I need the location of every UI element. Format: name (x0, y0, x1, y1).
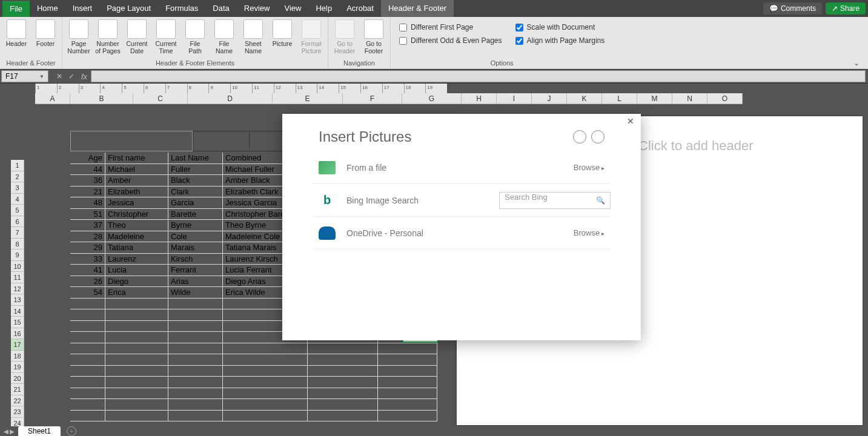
dialog-close-button[interactable]: ✕ (624, 115, 637, 127)
row-header-8[interactable]: 8 (11, 239, 24, 250)
header-button[interactable]: Header (2, 18, 30, 48)
row-header-11[interactable]: 11 (11, 272, 24, 283)
add-sheet-button[interactable]: + (67, 426, 76, 436)
row-header-19[interactable]: 19 (11, 362, 24, 373)
ribbon-picture-button[interactable]: Picture (268, 18, 296, 48)
table-cell[interactable] (168, 309, 223, 321)
select-all-corner[interactable] (0, 93, 24, 104)
table-cell[interactable] (223, 388, 308, 400)
table-cell[interactable]: Garcia (168, 197, 223, 209)
table-header-cell[interactable]: First name (105, 153, 168, 164)
table-cell[interactable] (378, 343, 437, 355)
table-cell[interactable]: Kirsch (168, 254, 223, 265)
table-cell[interactable]: 29 (70, 242, 105, 254)
row-header-1[interactable]: 1 (11, 160, 24, 171)
formula-input[interactable] (91, 70, 866, 82)
table-cell[interactable] (378, 411, 437, 422)
tab-view[interactable]: View (277, 0, 308, 18)
table-cell[interactable]: Jessica (105, 197, 168, 209)
row-header-14[interactable]: 14 (11, 306, 24, 317)
chk-scale[interactable]: Scale with Document (515, 23, 605, 31)
table-cell[interactable]: Christopher (105, 209, 168, 220)
table-cell[interactable] (223, 411, 308, 422)
table-cell[interactable] (168, 299, 223, 310)
table-cell[interactable]: 37 (70, 220, 105, 231)
add-header-hint[interactable]: Click to add header (638, 138, 754, 154)
sheet-tab[interactable]: Sheet1 (18, 426, 61, 436)
table-cell[interactable] (168, 321, 223, 332)
table-cell[interactable]: 36 (70, 175, 105, 187)
col-header-F[interactable]: F (343, 93, 402, 104)
table-cell[interactable] (223, 343, 308, 355)
table-cell[interactable]: Arias (168, 276, 223, 288)
row-header-21[interactable]: 21 (11, 384, 24, 395)
row-header-9[interactable]: 9 (11, 249, 24, 261)
row-header-5[interactable]: 5 (11, 205, 24, 216)
row-header-15[interactable]: 15 (11, 317, 24, 328)
table-cell[interactable]: 51 (70, 209, 105, 220)
tab-home[interactable]: Home (30, 0, 65, 18)
ribbon-file-name-button[interactable]: File Name (210, 18, 238, 56)
table-cell[interactable]: Fuller (168, 164, 223, 176)
search-icon[interactable]: 🔍 (596, 196, 605, 205)
browse-file-link[interactable]: Browse (574, 163, 611, 172)
table-cell[interactable] (70, 309, 105, 321)
col-header-K[interactable]: K (567, 93, 602, 104)
ribbon-current-date-button[interactable]: Current Date (123, 18, 151, 56)
table-cell[interactable] (70, 332, 105, 343)
table-cell[interactable] (105, 321, 168, 332)
table-cell[interactable] (105, 399, 168, 411)
row-header-16[interactable]: 16 (11, 328, 24, 340)
comments-button[interactable]: 💬 Comments (763, 2, 822, 15)
goto-footer-button[interactable]: Go to Footer (360, 18, 388, 56)
browse-onedrive-link[interactable]: Browse (574, 228, 611, 237)
table-cell[interactable] (378, 388, 437, 400)
tab-review[interactable]: Review (237, 0, 277, 18)
footer-button[interactable]: Footer (31, 18, 59, 48)
table-cell[interactable]: Elizabeth (105, 187, 168, 198)
table-cell[interactable] (168, 377, 223, 388)
tab-file[interactable]: File (2, 1, 30, 17)
cancel-formula-button[interactable]: ✕ (53, 70, 65, 82)
table-header-cell[interactable]: Last Name (168, 153, 223, 164)
table-cell[interactable] (70, 299, 105, 310)
table-cell[interactable] (308, 354, 378, 366)
table-cell[interactable]: 33 (70, 254, 105, 265)
table-cell[interactable] (308, 399, 378, 411)
table-cell[interactable]: Madeleine (105, 231, 168, 243)
tab-help[interactable]: Help (308, 0, 339, 18)
table-cell[interactable]: Marais (168, 242, 223, 254)
table-cell[interactable]: 48 (70, 197, 105, 209)
col-header-I[interactable]: I (497, 93, 532, 104)
row-header-23[interactable]: 23 (11, 406, 24, 418)
header-left-box[interactable] (70, 131, 193, 151)
table-cell[interactable] (223, 377, 308, 388)
row-header-17[interactable]: 17 (11, 339, 24, 351)
table-cell[interactable] (70, 321, 105, 332)
col-header-D[interactable]: D (188, 93, 273, 104)
table-cell[interactable] (168, 366, 223, 377)
table-cell[interactable] (70, 354, 105, 366)
table-cell[interactable] (70, 388, 105, 400)
table-cell[interactable] (70, 377, 105, 388)
row-header-18[interactable]: 18 (11, 351, 24, 362)
tab-page-layout[interactable]: Page Layout (99, 0, 158, 18)
table-cell[interactable] (308, 366, 378, 377)
col-header-N[interactable]: N (672, 93, 707, 104)
col-header-H[interactable]: H (462, 93, 497, 104)
table-cell[interactable]: 28 (70, 231, 105, 243)
table-cell[interactable]: 54 (70, 287, 105, 299)
accept-formula-button[interactable]: ✓ (65, 70, 78, 82)
table-cell[interactable] (105, 343, 168, 355)
table-cell[interactable] (308, 377, 378, 388)
table-cell[interactable] (105, 411, 168, 422)
table-cell[interactable]: Amber (105, 175, 168, 187)
table-cell[interactable]: Diego (105, 276, 168, 288)
ribbon-current-time-button[interactable]: Current Time (152, 18, 180, 56)
name-box[interactable]: F17 ▼ (1, 70, 48, 82)
table-cell[interactable] (168, 343, 223, 355)
table-cell[interactable] (70, 366, 105, 377)
chk-diff-odd[interactable]: Different Odd & Even Pages (399, 36, 502, 45)
table-cell[interactable] (105, 332, 168, 343)
col-header-J[interactable]: J (532, 93, 567, 104)
